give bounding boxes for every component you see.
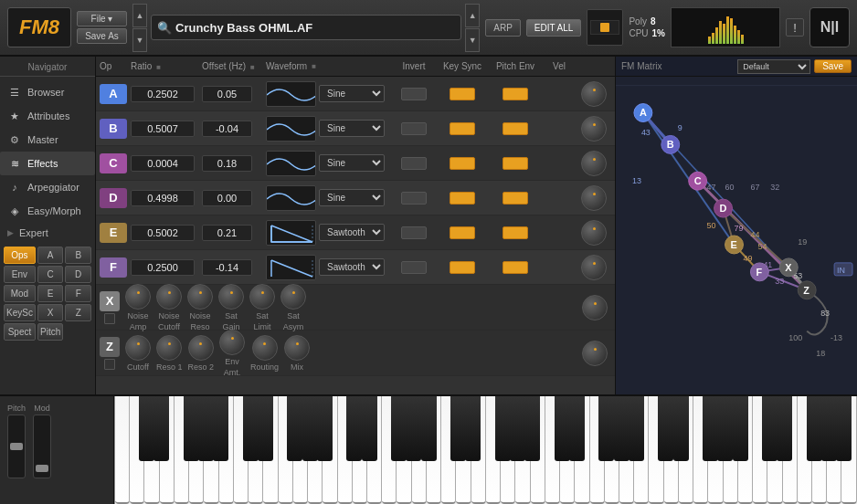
black-key-2-6[interactable]: [421, 396, 437, 461]
black-key-1-2[interactable]: [258, 396, 273, 461]
op-e-level-knob[interactable]: [581, 220, 607, 246]
sidebar-item-browser[interactable]: ☰ Browser: [0, 80, 95, 104]
sub-btn-e[interactable]: E: [37, 285, 64, 302]
black-key-3-4[interactable]: [495, 396, 511, 461]
sub-btn-d[interactable]: D: [65, 266, 91, 283]
black-key-0-5[interactable]: [198, 396, 214, 461]
preset-up-arrow[interactable]: ▲: [132, 4, 147, 27]
black-key-3-5[interactable]: [510, 396, 525, 461]
sat-limit-knob[interactable]: [249, 284, 275, 310]
sub-btn-a[interactable]: A: [37, 247, 64, 264]
op-b-keysync-toggle[interactable]: [450, 122, 475, 135]
sub-btn-x[interactable]: X: [37, 304, 64, 321]
sidebar-item-expert[interactable]: ▶ Expert: [0, 223, 95, 243]
black-key-0-2[interactable]: [153, 396, 169, 461]
black-key-0-6[interactable]: [213, 396, 228, 461]
fm-matrix-preset-select[interactable]: Default: [737, 59, 810, 74]
preset-right-arrow[interactable]: ▲: [465, 4, 480, 27]
op-d-level-knob[interactable]: [581, 185, 607, 211]
op-e-ratio[interactable]: [131, 225, 195, 241]
black-key-1-5[interactable]: [302, 396, 318, 461]
black-key-4-6[interactable]: [629, 396, 644, 461]
op-a-keysync-toggle[interactable]: [450, 88, 475, 100]
op-b-level-knob[interactable]: [581, 116, 607, 142]
sub-btn-mod[interactable]: Mod: [4, 285, 36, 302]
preset-left-arrow[interactable]: ▼: [465, 28, 480, 52]
cutoff-knob[interactable]: [125, 335, 151, 361]
sub-btn-f[interactable]: F: [65, 285, 91, 302]
op-c-waveform-select[interactable]: SineSawtoothSquare: [319, 154, 385, 172]
black-key-5-1[interactable]: [658, 396, 673, 461]
black-key-5-6[interactable]: [733, 396, 748, 461]
save-as-button[interactable]: Save As: [77, 28, 127, 44]
black-key-4-4[interactable]: [598, 396, 614, 461]
sidebar-item-attributes[interactable]: ★ Attributes: [0, 104, 95, 128]
op-c-ratio[interactable]: [131, 155, 195, 172]
sub-btn-pitch[interactable]: Pitch: [37, 323, 64, 341]
mix-knob[interactable]: [284, 335, 310, 361]
op-a-level-knob[interactable]: [581, 81, 607, 107]
env-amt-knob[interactable]: [219, 330, 245, 355]
black-key-4-5[interactable]: [614, 396, 630, 461]
noise-cutoff-knob[interactable]: [156, 284, 182, 310]
op-f-invert-toggle[interactable]: [401, 261, 427, 274]
black-key-3-2[interactable]: [465, 396, 481, 461]
preset-name-input[interactable]: [175, 21, 455, 35]
sat-asym-knob[interactable]: [280, 284, 306, 310]
sub-btn-b[interactable]: B: [65, 247, 91, 264]
black-key-1-4[interactable]: [287, 396, 302, 461]
op-b-offset[interactable]: [202, 121, 252, 137]
op-e-waveform-select[interactable]: SawtoothSineSquare: [319, 224, 385, 241]
op-b-ratio[interactable]: [131, 121, 195, 137]
reso1-knob[interactable]: [156, 335, 182, 361]
op-b-invert-toggle[interactable]: [401, 122, 427, 135]
op-a-invert-toggle[interactable]: [401, 88, 427, 100]
mod-slider[interactable]: [33, 415, 51, 478]
op-f-keysync-toggle[interactable]: [450, 261, 475, 274]
op-a-offset[interactable]: [202, 86, 252, 102]
sidebar-item-easy-morph[interactable]: ◈ Easy/Morph: [0, 199, 95, 223]
op-d-ratio[interactable]: [131, 190, 195, 206]
black-key-2-2[interactable]: [362, 396, 377, 461]
sub-btn-ops[interactable]: Ops: [4, 247, 36, 264]
z-output-knob[interactable]: [582, 341, 608, 366]
op-e-pitchenv-toggle[interactable]: [503, 226, 528, 239]
black-key-6-5[interactable]: [821, 396, 837, 461]
op-a-ratio[interactable]: [131, 86, 195, 102]
black-key-1-6[interactable]: [317, 396, 333, 461]
black-key-6-1[interactable]: [762, 396, 778, 461]
preset-down-arrow[interactable]: ▼: [132, 28, 147, 52]
black-key-5-2[interactable]: [673, 396, 689, 461]
black-key-6-6[interactable]: [836, 396, 852, 461]
alert-button[interactable]: !: [786, 18, 804, 37]
op-e-keysync-toggle[interactable]: [450, 226, 475, 239]
op-c-pitchenv-toggle[interactable]: [503, 157, 528, 170]
op-d-pitchenv-toggle[interactable]: [503, 192, 528, 205]
sidebar-item-arpeggiator[interactable]: ♪ Arpeggiator: [0, 175, 95, 199]
op-e-offset[interactable]: [202, 225, 252, 241]
black-key-0-1[interactable]: [139, 396, 154, 461]
noise-amp-knob[interactable]: [125, 284, 151, 310]
op-f-ratio[interactable]: [131, 259, 195, 276]
black-key-2-1[interactable]: [346, 396, 362, 461]
arp-button[interactable]: ARP: [485, 19, 521, 37]
op-b-pitchenv-toggle[interactable]: [503, 122, 528, 135]
black-key-4-1[interactable]: [555, 396, 570, 461]
fm-matrix-save-button[interactable]: Save: [814, 59, 852, 73]
op-b-waveform-select[interactable]: SineSawtoothSquare: [319, 120, 385, 137]
routing-knob[interactable]: [252, 335, 278, 361]
op-d-keysync-toggle[interactable]: [450, 192, 475, 205]
sat-gain-knob[interactable]: [218, 284, 244, 310]
black-key-5-4[interactable]: [703, 396, 718, 461]
sub-btn-spect[interactable]: Spect: [4, 323, 36, 341]
sub-btn-keysc[interactable]: KeySc: [4, 304, 36, 321]
pitch-slider[interactable]: [7, 415, 26, 478]
op-a-waveform-select[interactable]: SineSawtoothSquare: [319, 85, 385, 102]
z-enable-checkbox[interactable]: [104, 359, 115, 370]
sub-btn-env[interactable]: Env: [4, 266, 36, 283]
black-key-5-5[interactable]: [717, 396, 733, 461]
black-key-6-2[interactable]: [777, 396, 792, 461]
op-c-keysync-toggle[interactable]: [450, 157, 475, 170]
op-d-offset[interactable]: [202, 190, 252, 206]
reso2-knob[interactable]: [188, 335, 214, 361]
